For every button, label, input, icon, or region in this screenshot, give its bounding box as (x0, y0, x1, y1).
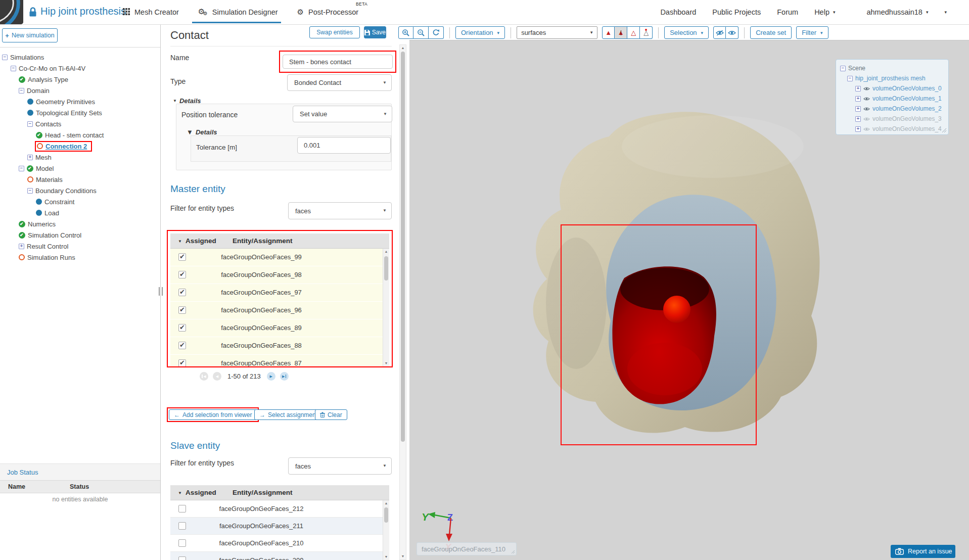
scene-volume-item-hidden[interactable]: + volumeOnGeoVolumes_3 (840, 114, 948, 124)
tree-item-result-control[interactable]: +Result Control (0, 241, 160, 252)
user-menu[interactable]: ahmedhussain18 ▾ (866, 8, 928, 16)
panel-scrollbar[interactable]: ▲ ▼ (399, 44, 406, 560)
tree-item-constraint[interactable]: Constraint (0, 196, 160, 207)
position-tolerance-select[interactable]: Set value (293, 106, 392, 122)
eye-icon[interactable] (863, 107, 870, 111)
tolerance-input[interactable] (297, 137, 391, 154)
mesh-display-wireframe-button[interactable]: △ (627, 26, 640, 39)
table-row[interactable]: faceGroupOnGeoFaces_209 (170, 552, 389, 560)
tree-item-boundary-conditions[interactable]: −Boundary Conditions (0, 185, 160, 196)
reset-view-button[interactable] (429, 26, 444, 39)
table-row[interactable]: faceGroupOnGeoFaces_96 (170, 302, 389, 319)
eye-icon[interactable] (863, 117, 870, 121)
mesh-display-points-button[interactable]: △ (640, 26, 653, 39)
expand-icon[interactable]: + (19, 244, 24, 249)
tree-item-geometry-primitives[interactable]: Geometry Primitives (0, 96, 160, 107)
resize-handle-icon[interactable] (942, 128, 947, 133)
collapse-icon[interactable]: − (19, 88, 24, 94)
scroll-up-icon[interactable]: ▲ (383, 249, 389, 255)
tab-simulation-designer[interactable]: ⚙⚙ Simulation Designer (198, 0, 278, 24)
filter-dropdown[interactable]: Filter ▾ (796, 26, 828, 39)
tree-item-simulation-runs[interactable]: Simulation Runs (0, 252, 160, 263)
scrollbar-thumb[interactable] (384, 507, 388, 523)
collapse-icon[interactable]: − (19, 166, 24, 171)
checkbox[interactable] (178, 505, 186, 512)
extra-menu[interactable]: ▾ (944, 10, 947, 15)
expand-icon[interactable]: + (855, 106, 861, 112)
tree-item-contacts[interactable]: −Contacts (0, 118, 160, 129)
zoom-in-button[interactable] (398, 26, 413, 39)
table-row[interactable]: faceGroupOnGeoFaces_88 (170, 337, 389, 354)
tab-mesh-creator[interactable]: Mesh Creator (123, 0, 179, 24)
next-page-button[interactable]: ▶ (267, 372, 275, 381)
prev-page-button[interactable]: ◀ (213, 372, 221, 381)
collapse-icon[interactable]: − (27, 188, 33, 194)
simscale-logo-icon[interactable] (0, 0, 23, 24)
zoom-out-button[interactable] (413, 26, 429, 39)
collapse-icon[interactable]: − (847, 76, 853, 81)
nav-dashboard[interactable]: Dashboard (660, 8, 696, 16)
checkbox[interactable] (178, 556, 186, 560)
report-issue-button[interactable]: Report an issue (891, 545, 955, 558)
tree-item-materials[interactable]: Materials (0, 174, 160, 185)
expand-icon[interactable]: + (855, 86, 861, 91)
mesh-display-solid-button[interactable]: ▲ (602, 26, 615, 39)
sort-desc-icon[interactable]: ▼ (178, 239, 182, 244)
table-row[interactable]: faceGroupOnGeoFaces_98 (170, 266, 389, 284)
tree-item-topological-entity-sets[interactable]: Topological Entity Sets (0, 107, 160, 118)
nav-forum[interactable]: Forum (777, 8, 798, 16)
eye-icon[interactable] (863, 127, 870, 131)
selection-dropdown[interactable]: Selection ▾ (664, 26, 709, 39)
scrollbar-thumb[interactable] (401, 52, 405, 442)
master-filter-select[interactable]: faces (288, 202, 392, 219)
expand-icon[interactable]: + (27, 155, 33, 160)
scene-volume-item[interactable]: + volumeOnGeoVolumes_2 (840, 104, 948, 114)
collapse-icon[interactable]: − (11, 66, 16, 71)
scroll-up-icon[interactable]: ▲ (383, 500, 389, 506)
first-page-button[interactable]: ◀ (200, 372, 208, 381)
checkbox[interactable] (178, 253, 186, 261)
scene-root-item[interactable]: − Scene (840, 63, 948, 73)
scene-volume-item[interactable]: + volumeOnGeoVolumes_0 (840, 83, 948, 94)
panel-resize-grip[interactable] (159, 287, 163, 296)
tab-post-processor[interactable]: ⚙ Post-Processor BETA (297, 0, 359, 24)
tree-item-head-stem-contact[interactable]: Head - stem contact (0, 129, 160, 141)
tree-item-numerics[interactable]: Numerics (0, 218, 160, 229)
checkbox[interactable] (178, 324, 186, 332)
last-page-button[interactable]: ▶ (280, 372, 289, 381)
create-set-button[interactable]: Create set (750, 26, 792, 39)
tree-item-mesh[interactable]: +Mesh (0, 152, 160, 163)
tree-item-analysis-type[interactable]: Analysis Type (0, 74, 160, 85)
scroll-down-icon[interactable]: ▼ (383, 360, 389, 366)
nav-help-menu[interactable]: Help ▾ (814, 8, 835, 16)
tree-item-model[interactable]: −Model (0, 163, 160, 174)
table-row[interactable]: faceGroupOnGeoFaces_99 (170, 249, 389, 266)
checkbox[interactable] (178, 359, 186, 366)
hide-selection-button[interactable] (713, 26, 726, 39)
table-scrollbar[interactable]: ▲ ▼ (383, 249, 389, 366)
table-scrollbar[interactable]: ▲ ▼ (383, 500, 389, 560)
expand-icon[interactable]: + (855, 116, 861, 122)
add-selection-from-viewer-button[interactable]: ← Add selection from viewer (169, 409, 257, 420)
checkbox[interactable] (178, 306, 186, 314)
scene-mesh-item[interactable]: − hip_joint_prosthesis mesh (840, 73, 948, 83)
table-row[interactable]: faceGroupOnGeoFaces_87 (170, 355, 389, 366)
scroll-down-icon[interactable]: ▼ (383, 554, 389, 560)
collapse-icon[interactable]: − (2, 55, 8, 60)
render-mode-select[interactable]: surfaces (517, 26, 597, 39)
scroll-down-icon[interactable]: ▼ (400, 553, 406, 559)
contact-type-select[interactable]: Bonded Contact (287, 74, 392, 91)
table-row[interactable]: faceGroupOnGeoFaces_211 (170, 518, 389, 535)
checkbox[interactable] (178, 271, 186, 278)
orientation-dropdown[interactable]: Orientation ▾ (455, 26, 505, 39)
checkbox[interactable] (178, 342, 186, 349)
scene-volume-item-hidden[interactable]: + volumeOnGeoVolumes_4 (840, 124, 948, 134)
table-row[interactable]: faceGroupOnGeoFaces_89 (170, 319, 389, 337)
sort-desc-icon[interactable]: ▼ (178, 491, 182, 495)
tree-item-domain[interactable]: −Domain (0, 85, 160, 96)
table-row[interactable]: faceGroupOnGeoFaces_210 (170, 535, 389, 552)
tree-item-simulations[interactable]: −Simulations (0, 52, 160, 63)
eye-icon[interactable] (863, 86, 870, 91)
select-assignment-button[interactable]: → Select assignment (254, 409, 322, 420)
scroll-up-icon[interactable]: ▲ (400, 45, 406, 51)
